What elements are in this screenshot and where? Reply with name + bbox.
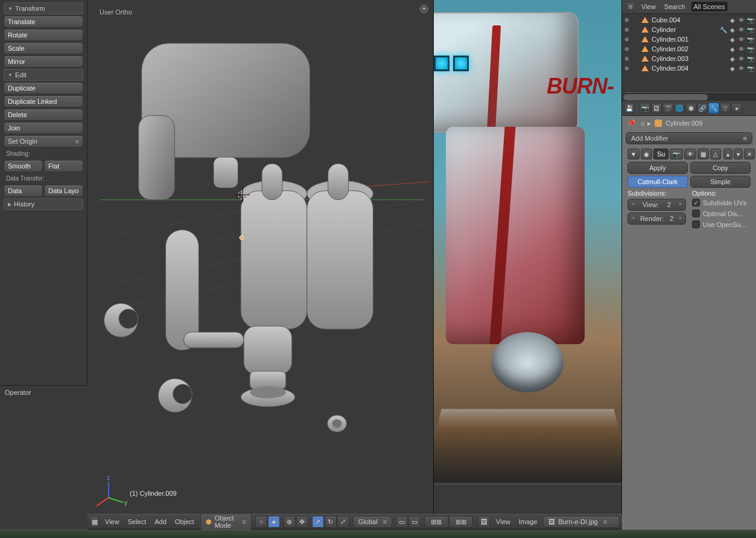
tab-data[interactable]: ▽	[720, 103, 731, 114]
restrict-view-icon[interactable]: 👁	[737, 35, 746, 43]
restrict-select-icon[interactable]: ◆	[728, 64, 737, 72]
restrict-render-icon[interactable]: 📷	[746, 35, 755, 43]
restrict-select-icon[interactable]: ◆	[728, 35, 737, 43]
timeline-strip[interactable]	[0, 530, 756, 538]
tab-render-layers[interactable]: 🖼	[651, 103, 662, 114]
outliner-item-name[interactable]: Cylinder.002	[650, 45, 726, 53]
panel-header-transform[interactable]: Transform	[4, 2, 83, 14]
modifier-editmode-toggle[interactable]: ▦	[697, 149, 709, 159]
layer-button[interactable]: ▭	[396, 516, 408, 528]
join-button[interactable]: Join	[4, 122, 83, 134]
restrict-view-icon[interactable]: 👁	[737, 16, 746, 24]
panel-header-edit[interactable]: Edit	[4, 69, 83, 81]
view-subdivisions-field[interactable]: View:2	[627, 199, 686, 211]
outliner-item-name[interactable]: Cylinder	[650, 26, 717, 33]
subsurf-type-simple[interactable]: Simple	[690, 176, 751, 188]
tab-scene[interactable]: 🎬	[662, 103, 673, 114]
shade-smooth-button[interactable]: Smooth	[4, 160, 43, 172]
expand-icon[interactable]: ⊕	[623, 56, 631, 62]
expand-icon[interactable]: ⊕	[623, 46, 631, 52]
expand-icon[interactable]: ⊕	[623, 36, 631, 42]
delete-button[interactable]: Delete	[4, 109, 83, 121]
expand-icon[interactable]: ⊕	[623, 27, 631, 33]
modifier-expand-icon[interactable]: ▼	[627, 149, 640, 159]
outliner-item-name[interactable]: Cube.004	[650, 16, 726, 24]
set-origin-dropdown[interactable]: Set Origin	[4, 135, 83, 147]
manip-translate-icon[interactable]: ↗	[312, 516, 324, 528]
duplicate-linked-button[interactable]: Duplicate Linked	[4, 95, 83, 107]
tab-world[interactable]: 🌐	[674, 103, 685, 114]
expand-icon[interactable]: ⊕	[623, 17, 631, 23]
scrollbar-thumb[interactable]	[623, 94, 708, 100]
menu-object[interactable]: Object	[173, 517, 197, 527]
add-modifier-dropdown[interactable]: Add Modifier≡	[626, 132, 752, 144]
outliner-tree[interactable]: ⊕Cube.004◆👁📷 ⊕Cylinder🔧◆👁📷 ⊕Cylinder.001…	[622, 14, 756, 92]
image-menu-image[interactable]: Image	[516, 517, 540, 527]
3d-viewport[interactable]: User Ortho +	[87, 0, 434, 514]
pivot-icon[interactable]: ⊕	[284, 516, 296, 528]
restrict-view-icon[interactable]: 👁	[737, 54, 746, 63]
modifier-cage-toggle[interactable]: △	[710, 149, 721, 159]
layer-grid-button[interactable]: ⊞⊞	[424, 516, 448, 528]
properties-type-icon[interactable]: 💾	[624, 103, 635, 114]
tab-render[interactable]: 📷	[640, 103, 650, 114]
render-subdivisions-field[interactable]: Render:2	[627, 213, 686, 225]
modifier-render-toggle[interactable]: 📷	[670, 149, 683, 159]
outliner-view-link[interactable]: View	[639, 2, 658, 11]
restrict-select-icon[interactable]: ◆	[728, 54, 737, 63]
outliner-item-name[interactable]: Cylinder.003	[650, 55, 726, 62]
data-layout-button[interactable]: Data Layo	[44, 185, 83, 197]
layer-grid-button[interactable]: ⊞⊞	[449, 516, 473, 528]
image-editor-type-icon[interactable]: 🖼	[478, 516, 490, 528]
restrict-select-icon[interactable]: ◆	[728, 45, 737, 53]
outliner-filter[interactable]: All Scenes	[691, 2, 728, 11]
outliner-search-link[interactable]: Search	[662, 2, 688, 11]
mode-selector[interactable]: ⬢Object Mode	[200, 512, 252, 531]
menu-add[interactable]: Add	[152, 517, 169, 527]
expand-icon[interactable]: ⊕	[623, 65, 631, 71]
image-menu-view[interactable]: View	[494, 517, 513, 527]
restrict-view-icon[interactable]: 👁	[737, 25, 746, 34]
tab-modifiers[interactable]: 🔧	[708, 103, 719, 114]
restrict-render-icon[interactable]: 📷	[746, 25, 755, 34]
modifier-icon[interactable]: 🔧	[719, 25, 728, 34]
outliner-hscrollbar[interactable]	[622, 92, 756, 101]
shade-flat-button[interactable]: Flat	[44, 160, 83, 172]
layer-button[interactable]: ▭	[408, 516, 421, 528]
restrict-select-icon[interactable]: ◆	[728, 25, 737, 34]
shading-solid-icon[interactable]: ●	[268, 516, 280, 528]
manip-scale-icon[interactable]: ⤢	[337, 516, 349, 528]
mirror-button[interactable]: Mirror	[4, 56, 83, 68]
manip-rotate-icon[interactable]: ↻	[325, 516, 337, 528]
translate-button[interactable]: Translate	[4, 16, 83, 28]
modifier-move-down[interactable]: ▾	[734, 149, 743, 159]
pin-icon[interactable]: 📌	[627, 119, 636, 127]
menu-view[interactable]: View	[103, 517, 122, 527]
use-opensubdiv-checkbox[interactable]: Use OpenSu...	[692, 220, 751, 228]
copy-button[interactable]: Copy	[690, 162, 751, 174]
tab-constraints[interactable]: 🔗	[697, 103, 708, 114]
restrict-select-icon[interactable]: ◆	[728, 16, 737, 24]
menu-select[interactable]: Select	[125, 517, 149, 527]
apply-button[interactable]: Apply	[627, 162, 688, 174]
modifier-move-up[interactable]: ▴	[723, 149, 732, 159]
manipulator-icon[interactable]: ✥	[296, 516, 308, 528]
shading-wireframe-icon[interactable]: ○	[255, 516, 267, 528]
viewport-expand-icon[interactable]: +	[420, 5, 428, 13]
outliner-item-name[interactable]: Cylinder.001	[650, 36, 726, 43]
editor-type-icon[interactable]: ▦	[90, 516, 99, 528]
restrict-render-icon[interactable]: 📷	[746, 54, 755, 63]
outliner-item-name[interactable]: Cylinder.004	[650, 65, 726, 72]
panel-header-history[interactable]: History	[4, 198, 83, 210]
subdivide-uvs-checkbox[interactable]: ✓Subdivide UVs	[692, 199, 751, 207]
modifier-name-field[interactable]: Su	[653, 149, 669, 159]
orientation-selector[interactable]: Global	[353, 516, 392, 528]
restrict-render-icon[interactable]: 📷	[746, 64, 755, 72]
restrict-render-icon[interactable]: 📷	[746, 45, 755, 53]
image-file-selector[interactable]: 🖼Burn-e-DI.jpg	[543, 516, 620, 528]
duplicate-button[interactable]: Duplicate	[4, 82, 83, 94]
tab-object[interactable]: ⬢	[685, 103, 696, 114]
data-button[interactable]: Data	[4, 185, 43, 197]
restrict-view-icon[interactable]: 👁	[737, 64, 746, 72]
rotate-button[interactable]: Rotate	[4, 29, 83, 41]
